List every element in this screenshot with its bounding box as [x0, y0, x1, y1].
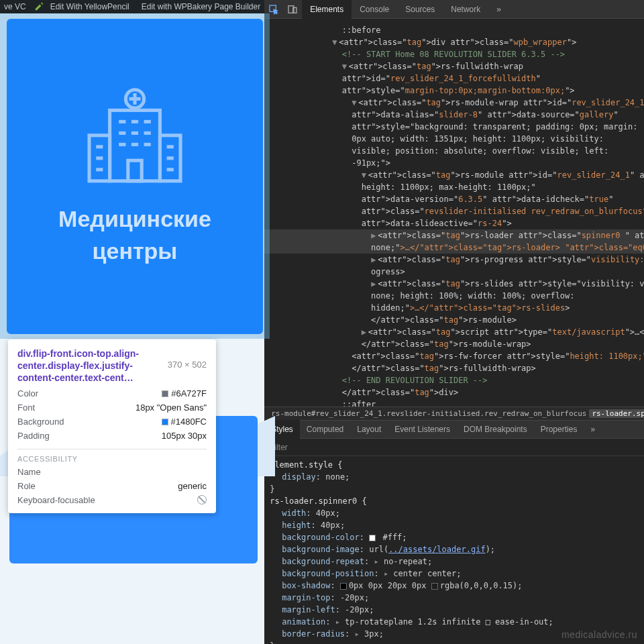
styles-rules[interactable]: element.style {display: none;}rs-loader.… — [264, 456, 644, 644]
subtab-dombreakpoints[interactable]: DOM Breakpoints — [457, 420, 534, 439]
devtools-panel: Elements Console Sources Network » ▲ 1 ⚙… — [264, 0, 644, 644]
styles-subtabs: Styles Computed Layout Event Listeners D… — [264, 420, 644, 439]
tooltip-dimensions: 370 × 502 — [168, 360, 207, 370]
tabs-overflow[interactable]: » — [488, 0, 509, 19]
ban-icon — [197, 495, 207, 504]
svg-rect-3 — [128, 161, 142, 182]
styles-filter-bar: Filter :hov .cls + ▤ — [264, 439, 644, 456]
device-toolbar-button[interactable] — [283, 0, 302, 19]
subtab-eventlisteners[interactable]: Event Listeners — [388, 420, 457, 439]
watermark: medicaladvice.ru — [561, 629, 637, 640]
admin-bar-item-yellowpencil[interactable]: Edit With YellowPencil — [30, 2, 138, 11]
devtools-tabs: Elements Console Sources Network » — [302, 0, 644, 19]
pencil-icon — [34, 2, 44, 11]
admin-bar-item[interactable]: ve VC — [0, 2, 30, 11]
subtab-properties[interactable]: Properties — [534, 420, 584, 439]
tab-console[interactable]: Console — [352, 0, 397, 19]
medical-centers-card[interactable]: Медицинскиецентры — [7, 19, 263, 334]
element-inspect-tooltip: div.flip-front.icon-top.align-center.dis… — [8, 339, 216, 513]
tab-network[interactable]: Network — [443, 0, 488, 19]
subtab-computed[interactable]: Computed — [300, 420, 350, 439]
subtabs-overflow[interactable]: » — [584, 420, 602, 439]
breadcrumb-trail[interactable]: rs-module#rev_slider_24_1.revslider-init… — [264, 407, 644, 420]
breadcrumb-item[interactable]: rs-module#rev_slider_24_1.revslider-init… — [268, 409, 589, 418]
breadcrumb-item[interactable]: rs-loader.spinner0. — [589, 409, 644, 418]
wp-admin-bar: ve VC Edit With YellowPencil Edit with W… — [0, 0, 264, 13]
subtab-layout[interactable]: Layout — [350, 420, 388, 439]
tab-elements[interactable]: Elements — [302, 0, 352, 19]
tooltip-selector: div.flip-front.icon-top.align-center.dis… — [17, 347, 165, 384]
card-title: Медицинскиецентры — [58, 203, 211, 267]
devtools-toolbar: Elements Console Sources Network » ▲ 1 ⚙… — [264, 0, 644, 19]
hospital-icon — [78, 85, 192, 199]
tab-sources[interactable]: Sources — [397, 0, 443, 19]
dom-tree[interactable]: ::before ▼<attr">class="tag">div attr">c… — [264, 19, 644, 407]
admin-bar-item[interactable]: Edit with WPBakery Page Builder — [138, 2, 264, 11]
